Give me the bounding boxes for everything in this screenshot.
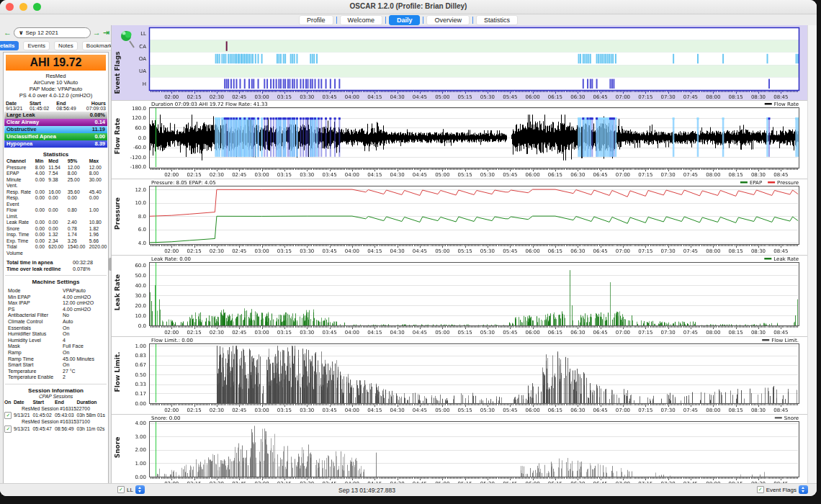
machine-setting-row: ModeVPAPauto <box>4 288 108 294</box>
machine-setting-row: Antibacterial FilterNo <box>4 312 108 319</box>
event-stat-value: 0.14 <box>94 119 105 126</box>
stat-cell: EPAP <box>4 171 32 177</box>
ahi-banner: AHI 19.72 <box>6 55 106 71</box>
setting-label: Essentials <box>8 325 63 332</box>
session-checkbox[interactable]: ✓ <box>4 412 12 419</box>
stat-row: Flow Limit.0.000.000.801.00 <box>4 207 108 220</box>
session-checkbox[interactable]: ✓ <box>4 426 12 433</box>
stat-header: Med <box>45 158 64 165</box>
pressure-chart[interactable] <box>112 179 807 255</box>
summary-header: Date <box>4 101 27 106</box>
stat-header: 95% <box>65 158 86 165</box>
stat-cell: 5.66 <box>86 238 108 245</box>
tab-profile[interactable]: Profile <box>299 15 333 25</box>
sidebar-tab-events[interactable]: Events <box>23 41 49 50</box>
setting-label: Temperature Enable <box>8 374 63 381</box>
stat-cell: 0.00 <box>32 177 46 189</box>
stat-cell: 12.00 <box>65 165 86 171</box>
event-flags-chart[interactable] <box>112 25 807 100</box>
last-day-button[interactable]: ⇥ <box>103 28 109 37</box>
event-stat-value: 0.08% <box>90 112 105 119</box>
session-group-name: ResMed Session #1631537100 <box>4 419 108 426</box>
stat-cell: 1.96 <box>86 232 108 238</box>
stat-cell: 1.74 <box>65 232 86 238</box>
leak-rate-chart[interactable] <box>112 255 807 336</box>
ll-stepper[interactable] <box>135 485 145 494</box>
session-cell: 9/13/21 <box>13 412 32 419</box>
setting-value: 4 <box>63 338 66 344</box>
tab-divider <box>336 17 337 24</box>
ll-label: LL <box>127 487 133 493</box>
tab-overview[interactable]: Overview <box>426 15 470 25</box>
stat-row: Snore0.000.000.781.82 <box>4 226 108 233</box>
snore-chart[interactable] <box>112 414 807 487</box>
stat-cell: 9.38 <box>45 177 64 189</box>
machine-setting-row: Min EPAP4.00 cmH2O <box>4 294 108 301</box>
total-label: Time over leak redline <box>6 266 73 272</box>
stat-cell: 11.54 <box>45 165 64 171</box>
stat-cell: 0.00 <box>32 189 46 196</box>
setting-label: Ramp Time <box>8 356 63 363</box>
session-cell: 08:56:49 <box>54 426 76 433</box>
setting-label: Min EPAP <box>8 294 63 301</box>
event-stat-label: Obstructive <box>6 126 37 133</box>
tab-welcome[interactable]: Welcome <box>340 15 382 25</box>
session-cell: 05:45:47 <box>32 426 54 433</box>
event-stat-row: Obstructive11.19 <box>4 126 107 133</box>
prev-day-button[interactable]: ← <box>4 28 12 37</box>
setting-label: Smart Start <box>8 362 63 369</box>
event-stat-row: Unclassified Apnea0.00 <box>4 133 107 140</box>
stat-cell: 4.00 <box>32 171 46 177</box>
event-stat-value: 0.00 <box>94 133 105 140</box>
session-header: End <box>54 400 76 406</box>
totals: Total time in apnea00:32:28Time over lea… <box>4 259 108 272</box>
stat-cell: 0.80 <box>65 207 86 220</box>
charts-area <box>112 25 807 484</box>
charts-scrollbar[interactable] <box>807 25 817 484</box>
event-flags-stepper[interactable] <box>799 485 808 494</box>
tab-daily[interactable]: Daily <box>389 15 421 25</box>
session-table: OnDateStartEndDurationResMed Session #16… <box>4 400 108 433</box>
date-picker[interactable]: ∨ Sep 12 2021 <box>14 27 91 38</box>
stat-row: EPAP4.007.548.008.00 <box>4 171 108 177</box>
stat-cell: Minute Vent. <box>4 177 32 189</box>
session-cell: 9/13/21 <box>13 426 32 433</box>
sidebar-tab-notes[interactable]: Notes <box>54 41 78 50</box>
flow-rate-chart[interactable] <box>112 100 807 179</box>
session-header: Duration <box>76 400 108 406</box>
event-flags-label: Event Flags <box>766 487 797 493</box>
stat-cell: 0.00 <box>32 226 46 233</box>
session-header: Start <box>32 400 54 406</box>
stat-cell: Tidal Volume <box>4 244 32 256</box>
stat-cell: 0.00 <box>65 195 86 207</box>
event-flags-control: ✓ Event Flags <box>757 485 808 494</box>
flow-limit-chart[interactable] <box>112 336 807 414</box>
stat-cell: 16.00 <box>45 189 64 196</box>
ll-checkbox[interactable]: ✓ <box>117 486 125 493</box>
setting-label: Humidity Level <box>8 338 63 344</box>
stat-cell: 3.26 <box>65 238 86 245</box>
stat-cell: 0.00 <box>45 226 64 233</box>
machine-info: ResMedAirCurve 10 VAutoPAP Mode: VPAPaut… <box>4 73 108 99</box>
stat-cell: Pressure <box>4 165 32 171</box>
stat-cell: Insp. Time <box>4 232 32 238</box>
main-tabs: ProfileWelcomeDailyOverviewStatistics <box>0 14 817 26</box>
next-day-button[interactable]: → <box>93 28 101 37</box>
event-flags-checkbox[interactable]: ✓ <box>757 486 764 493</box>
machine-setting-row: PS4.00 cmH2O <box>4 307 108 313</box>
tab-divider <box>472 17 473 24</box>
summary-value-row: 9/13/2101:45:0208:56:4907:09:03 <box>4 106 108 111</box>
ll-control: ✓ LL <box>117 485 145 494</box>
stat-row: Resp. Event0.000.000.000.00 <box>4 195 108 207</box>
stat-row: Pressure8.0011.5412.0012.00 <box>4 165 108 171</box>
stat-cell: 2020.00 <box>86 244 108 256</box>
tab-statistics[interactable]: Statistics <box>476 15 518 25</box>
machine-setting-row: MaskFull Face <box>4 343 108 350</box>
machine-setting-row: Temperature Enable2 <box>4 374 108 381</box>
sidebar-tab-details[interactable]: Details <box>0 41 19 50</box>
stat-cell: 12.00 <box>86 165 108 171</box>
summary-value: 9/13/21 <box>4 106 27 111</box>
setting-value: No <box>63 312 69 319</box>
setting-label: Antibacterial Filter <box>8 312 63 319</box>
stat-cell: 8.00 <box>32 165 46 171</box>
